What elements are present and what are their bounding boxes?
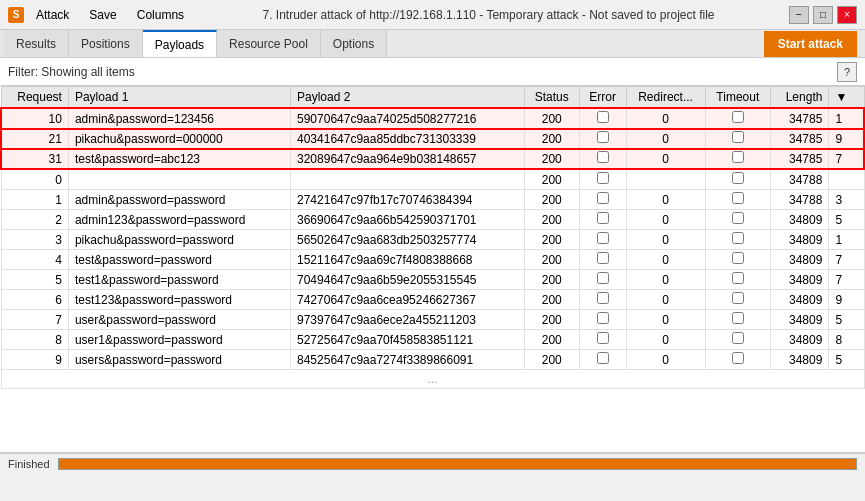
menu-save[interactable]: Save (85, 6, 120, 24)
cell-timeout[interactable] (705, 108, 770, 129)
cell-payload2: 70494647c9aa6b59e2055315545 (291, 270, 525, 290)
cell-error-checkbox[interactable] (597, 172, 609, 184)
table-row[interactable]: 31test&password=abc12332089647c9aa964e9b… (1, 149, 864, 170)
cell-timeout-checkbox[interactable] (732, 272, 744, 284)
table-row[interactable]: 3pikachu&password=password56502647c9aa68… (1, 230, 864, 250)
cell-error-checkbox[interactable] (597, 111, 609, 123)
cell-error-checkbox[interactable] (597, 352, 609, 364)
cell-v: 7 (829, 270, 864, 290)
cell-error-checkbox[interactable] (597, 332, 609, 344)
cell-error-checkbox[interactable] (597, 312, 609, 324)
cell-error-checkbox[interactable] (597, 252, 609, 264)
tab-results[interactable]: Results (4, 30, 69, 57)
cell-timeout-checkbox[interactable] (732, 131, 744, 143)
cell-error-checkbox[interactable] (597, 131, 609, 143)
table-row[interactable]: 6test123&password=password74270647c9aa6c… (1, 290, 864, 310)
table-row[interactable]: 10admin&password=12345659070647c9aa74025… (1, 108, 864, 129)
cell-timeout[interactable] (705, 230, 770, 250)
table-row[interactable]: 8user1&password=password52725647c9aa70f4… (1, 330, 864, 350)
cell-error-checkbox[interactable] (597, 212, 609, 224)
cell-error-checkbox[interactable] (597, 192, 609, 204)
cell-error[interactable] (579, 108, 626, 129)
cell-error[interactable] (579, 129, 626, 149)
cell-timeout-checkbox[interactable] (732, 332, 744, 344)
cell-v: 5 (829, 350, 864, 370)
cell-timeout[interactable] (705, 250, 770, 270)
cell-error[interactable] (579, 250, 626, 270)
cell-timeout[interactable] (705, 330, 770, 350)
table-row[interactable]: 1admin&password=password27421647c97fb17c… (1, 190, 864, 210)
cell-length: 34809 (770, 250, 828, 270)
cell-error-checkbox[interactable] (597, 292, 609, 304)
maximize-button[interactable]: □ (813, 6, 833, 24)
cell-timeout-checkbox[interactable] (732, 192, 744, 204)
cell-timeout[interactable] (705, 310, 770, 330)
cell-timeout-checkbox[interactable] (732, 151, 744, 163)
cell-timeout-checkbox[interactable] (732, 232, 744, 244)
header-request[interactable]: Request (1, 87, 68, 109)
cell-timeout[interactable] (705, 350, 770, 370)
cell-error-checkbox[interactable] (597, 272, 609, 284)
header-status[interactable]: Status (524, 87, 579, 109)
tab-resource-pool[interactable]: Resource Pool (217, 30, 321, 57)
cell-timeout-checkbox[interactable] (732, 352, 744, 364)
cell-timeout[interactable] (705, 129, 770, 149)
table-row[interactable]: 2admin123&password=password36690647c9aa6… (1, 210, 864, 230)
table-row[interactable]: 020034788 (1, 169, 864, 190)
cell-error[interactable] (579, 230, 626, 250)
cell-error[interactable] (579, 290, 626, 310)
header-v[interactable]: ▼ (829, 87, 864, 109)
results-table-container: Request Payload 1 Payload 2 Status Error… (0, 86, 865, 453)
tab-options[interactable]: Options (321, 30, 387, 57)
table-row[interactable]: 21pikachu&password=00000040341647c9aa85d… (1, 129, 864, 149)
menu-attack[interactable]: Attack (32, 6, 73, 24)
table-row[interactable]: 9users&password=password84525647c9aa7274… (1, 350, 864, 370)
cell-error[interactable] (579, 190, 626, 210)
cell-timeout[interactable] (705, 169, 770, 190)
cell-timeout-checkbox[interactable] (732, 172, 744, 184)
cell-error[interactable] (579, 169, 626, 190)
cell-timeout-checkbox[interactable] (732, 292, 744, 304)
cell-error[interactable] (579, 210, 626, 230)
header-timeout[interactable]: Timeout (705, 87, 770, 109)
cell-timeout-checkbox[interactable] (732, 252, 744, 264)
tab-positions[interactable]: Positions (69, 30, 143, 57)
cell-length: 34788 (770, 190, 828, 210)
close-button[interactable]: × (837, 6, 857, 24)
table-row[interactable]: 7user&password=password97397647c9aa6ece2… (1, 310, 864, 330)
cell-timeout-checkbox[interactable] (732, 312, 744, 324)
header-payload1[interactable]: Payload 1 (68, 87, 290, 109)
table-row[interactable]: 5test1&password=password70494647c9aa6b59… (1, 270, 864, 290)
table-row[interactable]: 4test&password=password15211647c9aa69c7f… (1, 250, 864, 270)
cell-payload2 (291, 169, 525, 190)
cell-v: 9 (829, 290, 864, 310)
header-error[interactable]: Error (579, 87, 626, 109)
header-payload2[interactable]: Payload 2 (291, 87, 525, 109)
cell-timeout-checkbox[interactable] (732, 212, 744, 224)
results-table: Request Payload 1 Payload 2 Status Error… (0, 86, 865, 389)
cell-timeout-checkbox[interactable] (732, 111, 744, 123)
cell-error-checkbox[interactable] (597, 232, 609, 244)
minimize-button[interactable]: − (789, 6, 809, 24)
cell-timeout[interactable] (705, 149, 770, 170)
cell-error[interactable] (579, 350, 626, 370)
cell-status: 200 (524, 270, 579, 290)
cell-error[interactable] (579, 149, 626, 170)
cell-error-checkbox[interactable] (597, 151, 609, 163)
cell-timeout[interactable] (705, 270, 770, 290)
cell-payload1: admin&password=password (68, 190, 290, 210)
cell-timeout[interactable] (705, 210, 770, 230)
cell-error[interactable] (579, 270, 626, 290)
cell-error[interactable] (579, 330, 626, 350)
cell-redirect: 0 (626, 108, 705, 129)
cell-timeout[interactable] (705, 290, 770, 310)
tab-payloads[interactable]: Payloads (143, 30, 217, 57)
start-attack-button[interactable]: Start attack (764, 31, 857, 57)
help-button[interactable]: ? (837, 62, 857, 82)
ellipsis-row: ... (1, 370, 864, 389)
header-redirect[interactable]: Redirect... (626, 87, 705, 109)
header-length[interactable]: Length (770, 87, 828, 109)
cell-timeout[interactable] (705, 190, 770, 210)
menu-columns[interactable]: Columns (133, 6, 188, 24)
cell-error[interactable] (579, 310, 626, 330)
